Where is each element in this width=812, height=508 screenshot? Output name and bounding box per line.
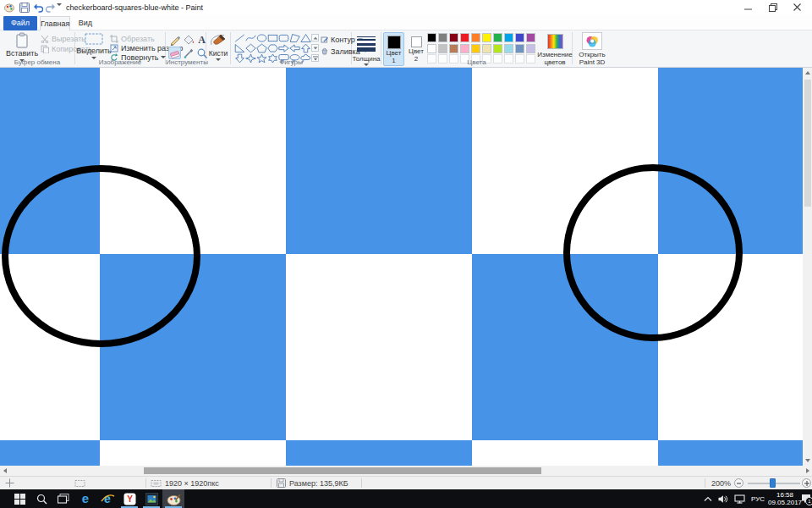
- taskbar-paint-button[interactable]: [162, 489, 184, 508]
- arrow-up-shape[interactable]: [300, 43, 311, 53]
- shapes-scroll-down[interactable]: [311, 44, 319, 52]
- text-tool[interactable]: A: [195, 33, 208, 46]
- palette-swatch-ffc90e[interactable]: [471, 44, 480, 53]
- taskbar-ie-button[interactable]: e: [96, 489, 118, 508]
- palette-swatch-ffaec9[interactable]: [460, 44, 469, 53]
- palette-swatch-000000[interactable]: [427, 33, 436, 42]
- fill-tool[interactable]: [182, 33, 195, 46]
- selection-size-icon: [74, 477, 85, 489]
- taskbar-search-button[interactable]: [30, 489, 52, 508]
- palette-swatch-880015[interactable]: [449, 33, 458, 42]
- palette-swatch-efe4b0[interactable]: [482, 44, 491, 53]
- palette-swatch-fff200[interactable]: [482, 33, 491, 42]
- palette-swatch-b5e61d[interactable]: [493, 44, 502, 53]
- color-picker-tool[interactable]: [182, 47, 195, 59]
- select-button[interactable]: Выделить: [78, 32, 110, 59]
- vertical-scroll-thumb[interactable]: [804, 80, 811, 207]
- palette-swatch-c3c3c3[interactable]: [438, 44, 447, 53]
- brushes-button[interactable]: Кисти: [207, 32, 229, 61]
- vertical-scrollbar[interactable]: [803, 68, 812, 466]
- palette-swatch-7f7f7f[interactable]: [438, 33, 447, 42]
- clipboard-group-label: Буфер обмена: [0, 58, 74, 66]
- open-paint3d-button[interactable]: Открыть Paint 3D: [575, 32, 609, 66]
- arrow-left-shape[interactable]: [289, 43, 300, 53]
- tray-time: 16:58: [768, 491, 802, 499]
- palette-swatch-c8bfe7[interactable]: [526, 44, 535, 53]
- palette-swatch-7092be[interactable]: [515, 44, 524, 53]
- paint-canvas[interactable]: [0, 68, 803, 466]
- palette-swatch-3f48cc[interactable]: [515, 33, 524, 42]
- zoom-out-button[interactable]: [734, 478, 743, 488]
- horizontal-scroll-thumb[interactable]: [144, 467, 541, 474]
- svg-text:e: e: [104, 492, 111, 505]
- palette-swatch-ff7f27[interactable]: [471, 33, 480, 42]
- diamond-shape[interactable]: [245, 43, 256, 53]
- language-indicator[interactable]: РУС: [751, 489, 765, 508]
- zoom-slider-thumb[interactable]: [770, 478, 776, 488]
- palette-swatch-22b14c[interactable]: [493, 33, 502, 42]
- taskbar-yandex-button[interactable]: Y: [118, 489, 140, 508]
- edge-icon: e: [79, 492, 92, 505]
- triangle-shape[interactable]: [300, 33, 311, 43]
- hexagon-shape[interactable]: [267, 43, 278, 53]
- task-view-button[interactable]: [52, 489, 74, 508]
- palette-swatch-a349a4[interactable]: [526, 33, 535, 42]
- taskbar-photos-button[interactable]: [140, 489, 162, 508]
- photos-icon: [145, 493, 158, 505]
- right-triangle-shape[interactable]: [234, 43, 245, 53]
- tray-chevron[interactable]: [704, 489, 712, 508]
- status-bar: 1920 × 1920пкс Размер: 135,9КБ 200%: [0, 476, 812, 489]
- palette-swatch-ffffff[interactable]: [427, 44, 436, 53]
- start-button[interactable]: [8, 489, 30, 508]
- action-center-icon[interactable]: 1: [801, 489, 811, 508]
- rounded-rectangle-shape[interactable]: [278, 33, 289, 43]
- palette-swatch-b97a57[interactable]: [449, 44, 458, 53]
- tray-date: 09.05.2017: [768, 499, 802, 506]
- ellipse-shape[interactable]: [256, 33, 267, 43]
- restore-button[interactable]: [763, 0, 783, 14]
- shapes-scroll-up[interactable]: [311, 34, 319, 41]
- magnifier-icon: [196, 47, 208, 59]
- taskbar-edge-button[interactable]: e: [74, 489, 96, 508]
- tab-home[interactable]: Главная: [40, 16, 70, 30]
- polygon-shape[interactable]: [289, 33, 300, 43]
- pentagon-shape[interactable]: [256, 43, 267, 53]
- curve-shape[interactable]: [245, 33, 256, 43]
- redo-icon[interactable]: [45, 3, 56, 13]
- crop-button[interactable]: Обрезать: [110, 34, 155, 43]
- magnifier-tool[interactable]: [195, 47, 208, 59]
- search-icon: [36, 494, 47, 505]
- cut-icon: [41, 35, 49, 43]
- horizontal-scrollbar[interactable]: [0, 466, 812, 476]
- undo-icon[interactable]: [33, 3, 44, 13]
- arrow-right-shape[interactable]: [278, 43, 289, 53]
- minimize-button[interactable]: [738, 0, 758, 14]
- tray-clock[interactable]: 16:58 09.05.2017: [768, 491, 802, 506]
- line-shape[interactable]: [234, 33, 245, 43]
- scroll-right-icon[interactable]: [803, 466, 812, 476]
- scroll-down-icon[interactable]: [803, 456, 812, 466]
- paste-button[interactable]: Вставить: [5, 32, 39, 62]
- taskbar: e e Y РУС 16:58 09.05.2017: [0, 489, 812, 508]
- palette-swatch-99d9ea[interactable]: [504, 44, 513, 53]
- tab-view[interactable]: Вид: [73, 16, 98, 30]
- size-button[interactable]: Толщина: [354, 32, 379, 66]
- save-icon[interactable]: [19, 3, 30, 13]
- tools-group-label: Инструменты: [166, 58, 206, 66]
- canvas-size-text: 1920 × 1920пкс: [165, 479, 219, 488]
- palette-swatch-00a2e8[interactable]: [504, 33, 513, 42]
- close-button[interactable]: [787, 0, 807, 14]
- network-icon[interactable]: [734, 489, 745, 508]
- eraser-tool[interactable]: [168, 47, 181, 59]
- scroll-left-icon[interactable]: [0, 466, 9, 476]
- window-title: checkerboard-squares-blue-white - Paint: [66, 0, 203, 15]
- zoom-in-button[interactable]: [802, 478, 811, 488]
- scroll-up-icon[interactable]: [803, 68, 812, 78]
- paint-window: checkerboard-squares-blue-white - Paint …: [0, 0, 812, 508]
- shapes-group-label: Фигуры: [231, 58, 351, 66]
- pencil-tool[interactable]: [168, 33, 181, 46]
- palette-swatch-ed1c24[interactable]: [460, 33, 469, 42]
- volume-icon[interactable]: [718, 489, 728, 508]
- tab-file[interactable]: Файл: [3, 16, 37, 30]
- rectangle-shape[interactable]: [267, 33, 278, 43]
